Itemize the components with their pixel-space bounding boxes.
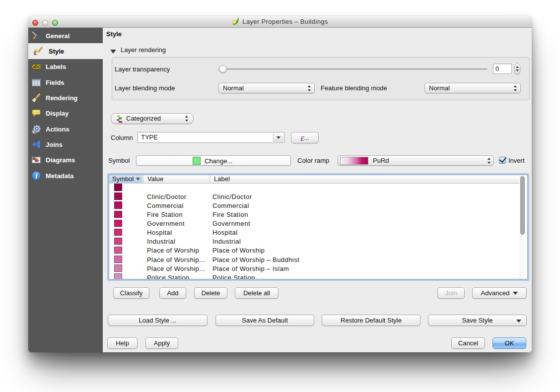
svg-text:i: i — [35, 172, 37, 180]
svg-text:abc: abc — [33, 64, 40, 69]
